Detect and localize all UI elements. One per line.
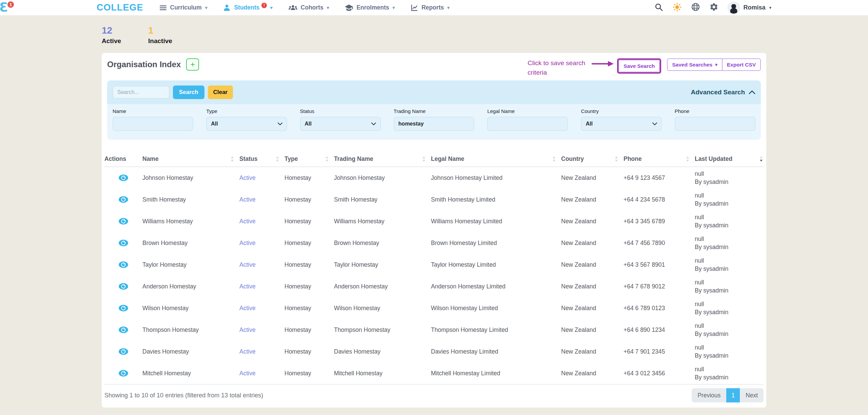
view-organisation-icon[interactable] <box>118 195 129 204</box>
search-icon[interactable] <box>654 3 663 13</box>
table-row: Williams HomestayActiveHomestayWilliams … <box>104 210 764 232</box>
trading-name: Anderson Homestay <box>334 283 431 290</box>
next-button[interactable]: Next <box>740 388 764 402</box>
view-organisation-icon[interactable] <box>118 304 129 312</box>
table-row: Smith HomestayActiveHomestaySmith Homest… <box>104 189 764 210</box>
trading-name: Williams Homestay <box>334 218 431 225</box>
theme-sun-icon[interactable] <box>672 2 682 13</box>
brand-logo[interactable]: Ɛ 1 <box>1 1 18 16</box>
view-organisation-icon[interactable] <box>118 261 129 269</box>
filter-country-select[interactable]: All <box>581 117 662 131</box>
trading-name: Johnson Homestay <box>334 174 431 182</box>
graduation-cap-icon <box>344 4 353 12</box>
entries-summary: Showing 1 to 10 of 10 entries (filtered … <box>104 392 263 399</box>
column-header-legal-name[interactable]: Legal Name <box>431 155 561 163</box>
column-label: Last Updated <box>695 155 732 163</box>
column-header-status[interactable]: Status <box>239 155 284 163</box>
phone: +64 6 789 0123 <box>624 305 695 312</box>
nav-item-enrolments[interactable]: Enrolments ▾ <box>344 4 395 12</box>
view-organisation-icon[interactable] <box>118 174 129 182</box>
legal-name: Mitchell Homestay Limited <box>431 370 561 377</box>
org-type: Homestay <box>284 283 334 290</box>
nav-item-cohorts[interactable]: Cohorts ▾ <box>288 4 329 12</box>
stat-active: 12 Active <box>102 25 121 45</box>
filter-legal-name-input[interactable] <box>487 117 568 131</box>
search-input[interactable] <box>113 86 170 99</box>
selected-value: All <box>211 121 218 127</box>
inactive-label: Inactive <box>148 37 172 45</box>
actions-cell <box>104 347 142 356</box>
filter-label-phone: Phone <box>675 108 755 114</box>
people-icon <box>288 4 298 12</box>
view-organisation-icon[interactable] <box>118 217 129 225</box>
phone: +64 6 890 1234 <box>624 326 695 334</box>
org-status: Active <box>239 218 284 225</box>
legal-name: Taylor Homestay Limited <box>431 261 561 268</box>
phone: +64 4 234 5678 <box>624 196 695 203</box>
selected-value: All <box>586 121 592 127</box>
chevron-down-icon: ▾ <box>393 5 395 10</box>
view-organisation-icon[interactable] <box>118 347 129 356</box>
page-1-button[interactable]: 1 <box>726 388 740 402</box>
view-organisation-icon[interactable] <box>118 282 129 290</box>
org-name: Mitchell Homestay <box>142 370 239 377</box>
active-count: 12 <box>102 25 121 36</box>
chevron-down-icon: ▾ <box>715 62 717 67</box>
chevron-down-icon: ▾ <box>205 5 208 10</box>
save-search-button[interactable]: Save Search <box>618 60 660 72</box>
filter-name-input[interactable] <box>113 117 193 131</box>
college-wordmark: COLLEGE <box>97 2 143 13</box>
filter-label-country: Country <box>581 108 662 114</box>
sort-icon <box>552 156 556 162</box>
last-updated: nullBy sysadmin <box>695 235 764 251</box>
table-row: Davies HomestayActiveHomestayDavies Home… <box>104 341 764 362</box>
org-status: Active <box>239 283 284 290</box>
search-button[interactable]: Search <box>173 86 204 99</box>
table-row: Mitchell HomestayActiveHomestayMitchell … <box>104 362 764 384</box>
advanced-search-toggle[interactable]: Advanced Search <box>691 89 755 96</box>
sort-icon <box>686 156 689 162</box>
navbar: Ɛ 1 COLLEGE Curriculum ▾ Students ! ▾ Co… <box>0 0 868 15</box>
filter-type-select[interactable]: All <box>206 117 287 131</box>
clear-button[interactable]: Clear <box>208 86 233 99</box>
filter-label-status: Status <box>300 108 381 114</box>
view-organisation-icon[interactable] <box>118 239 129 247</box>
nav-item-students[interactable]: Students ! ▾ <box>223 4 272 12</box>
actions-cell <box>104 195 142 204</box>
table-row: Wilson HomestayActiveHomestayWilson Home… <box>104 297 764 319</box>
view-organisation-icon[interactable] <box>118 369 129 377</box>
view-organisation-icon[interactable] <box>118 326 129 334</box>
table-row: Johnson HomestayActiveHomestayJohnson Ho… <box>104 167 764 189</box>
column-header-phone[interactable]: Phone <box>624 155 695 163</box>
user-menu[interactable]: Romisa ▾ <box>728 2 771 14</box>
column-header-last-updated[interactable]: Last Updated <box>695 155 764 163</box>
phone: +64 3 567 8901 <box>624 261 695 268</box>
legal-name: Anderson Homestay Limited <box>431 283 561 290</box>
column-label: Status <box>239 155 257 163</box>
actions-cell <box>104 369 142 377</box>
trading-name: Brown Homestay <box>334 240 431 247</box>
chevron-down-icon <box>278 121 282 127</box>
table-row: Thompson HomestayActiveHomestayThompson … <box>104 319 764 341</box>
filter-status-select[interactable]: All <box>300 117 381 131</box>
column-header-type[interactable]: Type <box>284 155 334 163</box>
column-header-trading-name[interactable]: Trading Name <box>334 155 431 163</box>
column-header-country[interactable]: Country <box>561 155 624 163</box>
add-organisation-button[interactable]: + <box>186 58 199 71</box>
filter-trading-name-input[interactable] <box>394 117 474 131</box>
nav-item-reports[interactable]: Reports ▾ <box>410 4 450 12</box>
export-csv-button[interactable]: Export CSV <box>722 58 761 71</box>
previous-button[interactable]: Previous <box>692 388 726 402</box>
nav-item-curriculum[interactable]: Curriculum ▾ <box>159 4 208 11</box>
settings-gear-icon[interactable] <box>709 2 718 13</box>
country: New Zealand <box>561 348 624 355</box>
phone: +64 7 456 7890 <box>624 240 695 247</box>
country: New Zealand <box>561 326 624 334</box>
search-panel: Search Clear Advanced Search NameTypeAll… <box>107 80 761 140</box>
saved-searches-button[interactable]: Saved Searches ▾ <box>667 58 722 71</box>
filter-phone-input[interactable] <box>675 117 755 131</box>
column-header-name[interactable]: Name <box>142 155 239 163</box>
trading-name: Wilson Homestay <box>334 305 431 312</box>
trading-name: Davies Homestay <box>334 348 431 355</box>
language-globe-icon[interactable] <box>691 2 700 13</box>
